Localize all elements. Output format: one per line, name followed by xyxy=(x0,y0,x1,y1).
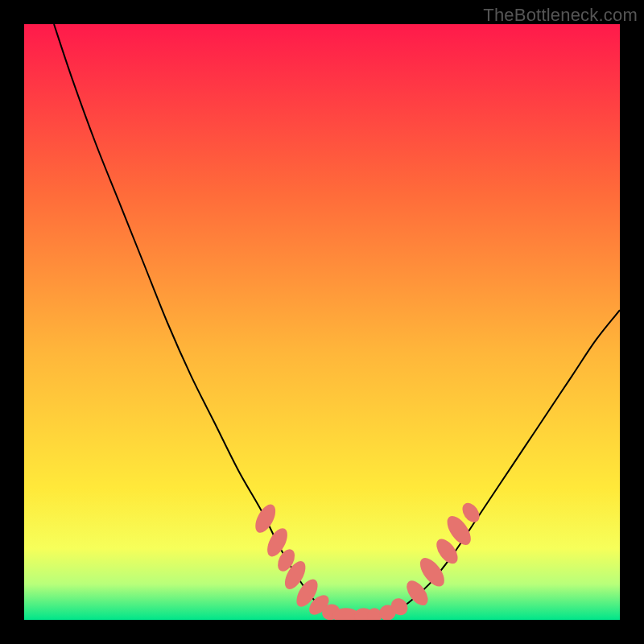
chart-frame: TheBottleneck.com xyxy=(0,0,644,644)
watermark-text: TheBottleneck.com xyxy=(483,5,638,26)
highlight-dot xyxy=(459,500,483,526)
highlight-dot xyxy=(251,502,279,536)
bottleneck-curve xyxy=(54,24,620,617)
curve-svg xyxy=(24,24,620,620)
bottleneck-curve-path xyxy=(54,24,620,617)
plot-area xyxy=(24,24,620,620)
highlight-dots xyxy=(251,500,483,620)
highlight-dot xyxy=(415,554,448,591)
